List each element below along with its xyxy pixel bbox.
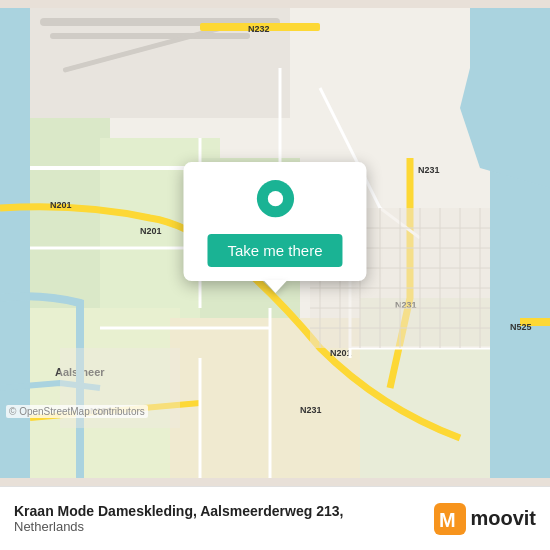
footer-text-block: Kraan Mode Dameskleding, Aalsmeerderweg …	[14, 503, 343, 534]
svg-text:N231: N231	[300, 405, 322, 415]
svg-text:N525: N525	[510, 322, 532, 332]
svg-text:N232: N232	[248, 24, 270, 34]
svg-rect-10	[50, 33, 250, 39]
footer: Kraan Mode Dameskleding, Aalsmeerderweg …	[0, 486, 550, 550]
location-name: Kraan Mode Dameskleding, Aalsmeerderweg …	[14, 503, 343, 519]
svg-rect-12	[30, 118, 110, 318]
take-me-there-button[interactable]: Take me there	[207, 234, 342, 267]
map-container: N232 N201 N201 N201 N231 N231 N231 N196 …	[0, 0, 550, 486]
location-country: Netherlands	[14, 519, 343, 534]
app-container: N232 N201 N201 N201 N231 N231 N231 N196 …	[0, 0, 550, 550]
moovit-logo: M moovit	[434, 503, 536, 535]
moovit-brand-text: moovit	[470, 507, 536, 530]
osm-credit: © OpenStreetMap contributors	[6, 405, 148, 418]
svg-text:N201: N201	[140, 226, 162, 236]
location-pin-icon	[253, 180, 297, 224]
moovit-logo-icon: M	[434, 503, 466, 535]
svg-text:M: M	[439, 509, 456, 531]
osm-credit-text: © OpenStreetMap contributors	[9, 406, 145, 417]
location-popup: Take me there	[183, 162, 366, 281]
svg-point-33	[267, 191, 282, 206]
svg-text:N231: N231	[418, 165, 440, 175]
svg-text:N201: N201	[50, 200, 72, 210]
svg-text:N201: N201	[330, 348, 352, 358]
